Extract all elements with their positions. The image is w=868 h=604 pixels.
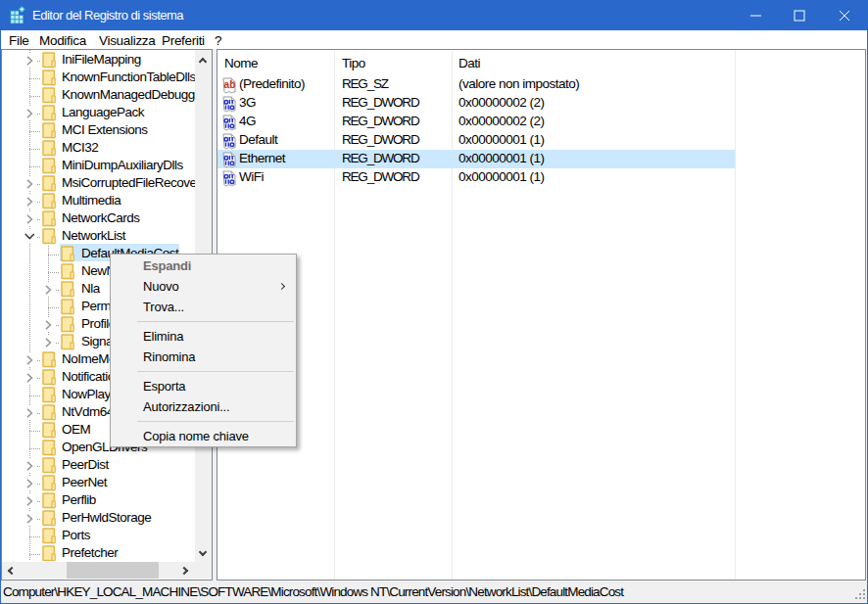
svg-text:ab: ab: [224, 79, 236, 90]
